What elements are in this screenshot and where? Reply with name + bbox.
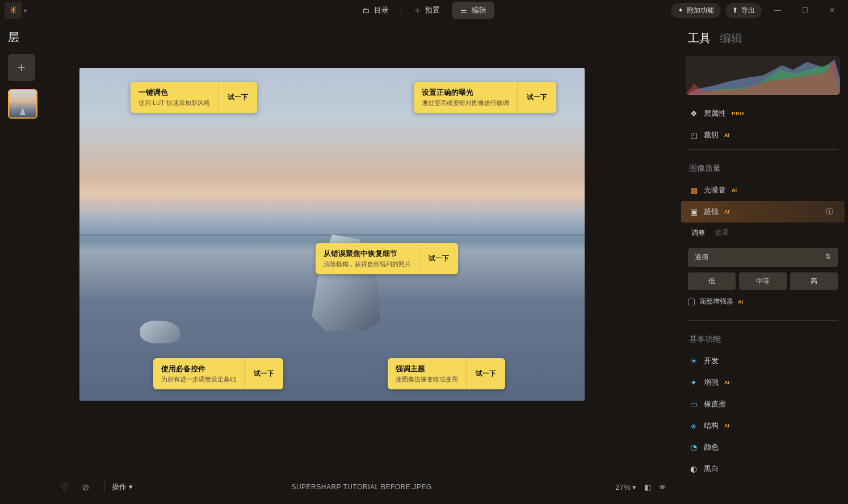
panel-tab-tools[interactable]: 工具 [688,31,711,46]
tip-desc: 使用 LUT 快速添加新风格 [138,99,210,107]
tool-layer-properties[interactable]: ❖ 层属性 PRO [678,103,848,124]
tip-desc: 为所有进一步调整设定基础 [161,375,236,384]
ai-badge: AI [724,380,729,385]
tip-desc: 通过变亮或变暗对图像进行微调 [422,99,509,107]
section-image-quality: 图像质量 [678,153,848,179]
tip-title: 强调主题 [396,364,458,374]
ai-badge: AI [738,299,743,305]
seg-mid[interactable]: 中等 [739,272,787,290]
crop-icon: ◰ [689,131,698,140]
noiseless-icon: ▩ [689,186,698,195]
intensity-segment: 低 中等 高 [688,272,838,290]
tool-color[interactable]: ◔ 颜色 [678,436,848,458]
tab-catalog-label: 目录 [374,5,389,15]
window-close[interactable]: ✕ [821,2,843,19]
tool-label: 超锐 [704,207,719,217]
supersharp-controls: 通用 ⇅ 低 中等 高 面部增强器 AI [678,243,848,317]
tool-develop[interactable]: ☀ 开发 [678,350,848,372]
separator [104,481,105,493]
favorite-icon[interactable]: ♡ [57,479,73,495]
tip-card-essentials: 使用必备控件 为所有进一步调整设定基础 试一下 [153,358,283,389]
tip-try-button[interactable]: 试一下 [218,82,257,113]
sparkle-icon: ⁘ [414,6,421,15]
tip-card-sharpen: 从错误聚焦中恢复细节 消除模糊，获得自然锐利的照片 试一下 [316,243,458,274]
chevron-updown-icon: ⇅ [825,253,831,262]
bw-icon: ◐ [689,464,698,473]
tool-label: 裁切 [704,130,719,140]
zoom-value: 27% [615,483,630,492]
tab-catalog[interactable]: 🗀 目录 [354,2,397,19]
tool-label: 无噪音 [704,185,726,195]
face-enhance-row[interactable]: 面部增强器 AI [688,297,838,306]
image-subject-small [140,321,180,343]
panel-tab-edit[interactable]: 编辑 [720,31,742,46]
tool-supersharp[interactable]: ▣ 超锐 AI ⓘ [681,201,845,222]
color-icon: ◔ [689,443,698,452]
upload-icon: ⬆ [732,6,738,14]
checkbox[interactable] [688,299,695,305]
tool-label: 颜色 [704,442,719,452]
topbar: ✳ ▾ 🗀 目录 ⁘ 预置 ⚌ 编辑 ✦ 附加功能 ⬆ 导出 — ☐ ✕ [0,0,848,20]
app-menu-chevron[interactable]: ▾ [24,7,27,14]
layers-icon: ❖ [689,109,698,118]
tool-bw[interactable]: ◐ 黑白 [678,458,848,480]
compare-icon[interactable]: ◧ [644,483,651,492]
tool-structure[interactable]: ⚹ 结构 AI [678,415,848,436]
tip-try-button[interactable]: 试一下 [419,243,458,274]
tip-title: 一键调色 [138,87,210,98]
tip-title: 使用必备控件 [161,364,236,374]
seg-high[interactable]: 高 [790,272,838,290]
window-minimize[interactable]: — [766,2,789,19]
seg-low[interactable]: 低 [688,272,736,290]
model-select[interactable]: 通用 ⇅ [688,248,838,267]
section-basic: 基本功能 [678,324,848,350]
tip-try-button[interactable]: 试一下 [466,358,505,389]
tool-label: 黑白 [704,464,719,474]
separator [688,320,838,321]
tool-eraser[interactable]: ▭ 橡皮擦 [678,393,848,415]
layers-title: 层 [8,30,37,45]
extras-button[interactable]: ✦ 附加功能 [671,3,721,18]
develop-icon: ☀ [689,356,698,366]
tool-enhance[interactable]: ✦ 增强 AI [678,372,848,393]
tip-desc: 消除模糊，获得自然锐利的照片 [324,260,411,268]
separator [401,5,402,15]
tip-card-lut: 一键调色 使用 LUT 快速添加新风格 试一下 [131,82,257,113]
bottombar: ♡ ⊘ 操作 ▾ SUPERSHARP TUTORIAL BEFORE.JPEG… [45,470,678,504]
tool-label: 橡皮擦 [704,399,726,409]
info-icon[interactable]: ⓘ [826,207,833,217]
layer-thumbnail[interactable] [8,89,37,119]
reject-icon[interactable]: ⊘ [77,479,93,495]
tool-label: 结构 [704,421,719,431]
tool-crop[interactable]: ◰ 裁切 AI [678,124,848,146]
canvas[interactable]: 一键调色 使用 LUT 快速添加新风格 试一下 设置正确的曝光 通过变亮或变暗对… [79,68,585,401]
face-enhance-label: 面部增强器 [699,297,733,306]
tip-title: 从错误聚焦中恢复细节 [324,249,411,259]
export-button[interactable]: ⬆ 导出 [725,3,762,18]
layers-panel: 层 + [0,23,45,125]
export-label: 导出 [741,6,755,15]
histogram[interactable] [686,56,840,95]
ai-badge: AI [724,209,729,215]
app-logo[interactable]: ✳ [5,2,22,19]
add-layer-button[interactable]: + [8,54,35,81]
tab-edit[interactable]: ⚌ 编辑 [452,2,494,19]
subtab-adjust[interactable]: 调整 [691,228,705,238]
tip-try-button[interactable]: 试一下 [517,82,556,113]
preview-icon[interactable]: 👁 [659,483,666,492]
actions-label: 操作 [112,482,127,491]
tool-label: 层属性 [704,108,726,119]
tip-desc: 使图像边缘变暗或变亮 [396,375,458,384]
tool-label: 开发 [704,356,719,366]
filename-label: SUPERSHARP TUTORIAL BEFORE.JPEG [291,483,431,491]
window-maximize[interactable]: ☐ [794,2,816,19]
tip-try-button[interactable]: 试一下 [244,358,283,389]
tab-presets[interactable]: ⁘ 预置 [406,2,448,19]
extras-label: 附加功能 [687,6,714,15]
tool-noiseless[interactable]: ▩ 无噪音 AI [678,179,848,201]
subtab-mask[interactable]: 遮罩 [715,228,729,238]
pro-badge: PRO [732,111,745,116]
actions-menu[interactable]: 操作 ▾ [112,482,133,492]
zoom-level[interactable]: 27% ▾ [615,483,636,492]
ai-badge: AI [724,132,729,138]
